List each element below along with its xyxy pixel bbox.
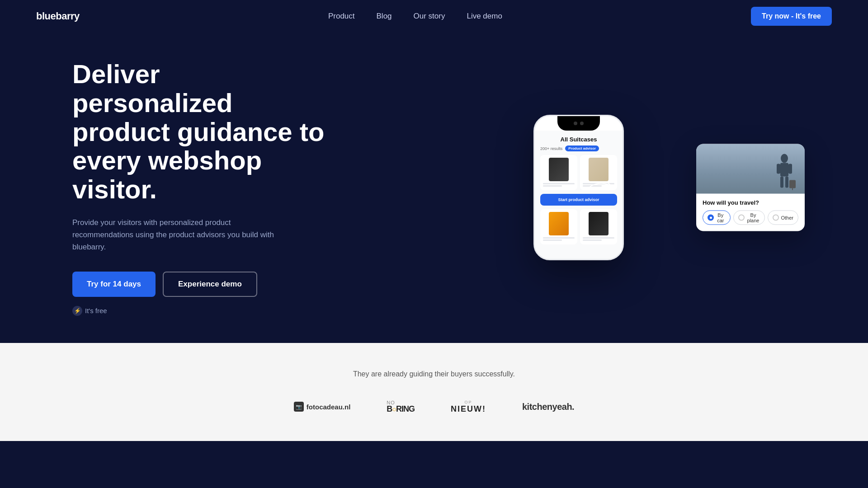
experience-demo-button[interactable]: Experience demo	[163, 272, 257, 297]
nav-link-product[interactable]: Product	[328, 12, 355, 20]
svg-rect-2	[777, 164, 780, 174]
logo-opnieuw: OP NIEUW!	[451, 400, 486, 414]
phone-notch-dot-1	[574, 122, 577, 125]
product-img-yellow	[549, 212, 569, 235]
arrow-connector	[588, 178, 615, 197]
noboring-text: B○RING	[387, 404, 415, 413]
hero-buttons: Try for 14 days Experience demo	[72, 272, 326, 297]
fotocadeau-text: fotocadeau.nl	[307, 403, 351, 411]
logos-row: 📷 fotocadeau.nl NO B○RING OP NIEUW! kitc…	[36, 400, 832, 414]
opnieuw-text: NIEUW!	[451, 404, 486, 414]
product-lines-3	[543, 237, 575, 242]
question-card-image	[696, 144, 805, 194]
phone-meta: 200+ results Product advisor	[540, 145, 617, 151]
hero-text-block: Deliver personalized product guidance to…	[72, 60, 326, 316]
kitchenyeah-text: kitchenyeah.	[522, 402, 574, 412]
phone-products-bottom	[540, 209, 617, 244]
radio-other	[773, 215, 779, 221]
lower-section: They are already guiding their buyers su…	[0, 343, 868, 441]
svg-rect-4	[780, 177, 783, 188]
hero-subtitle: Provide your visitors with personalized …	[72, 216, 289, 253]
svg-rect-5	[785, 177, 788, 188]
svg-rect-3	[788, 164, 792, 174]
radio-by-plane	[738, 215, 745, 221]
product-line	[543, 237, 575, 239]
product-card-4	[580, 209, 617, 244]
logo-noboring: NO B○RING	[387, 400, 415, 414]
product-line-short	[583, 239, 602, 241]
phone-notch-dot-2	[580, 122, 584, 125]
logo-fotocadeau: 📷 fotocadeau.nl	[294, 402, 351, 412]
lower-tagline: They are already guiding their buyers su…	[36, 370, 832, 378]
nav-cta-button[interactable]: Try now - It's free	[751, 7, 832, 26]
question-options: By car By plane Other	[696, 211, 805, 231]
svg-rect-6	[789, 180, 796, 188]
product-card-1	[540, 155, 577, 190]
product-lines-4	[583, 237, 614, 242]
hero-note: ⚡ It's free	[72, 306, 326, 316]
product-img-black	[589, 212, 609, 235]
question-title: How will you travel?	[696, 194, 805, 211]
product-line	[583, 237, 614, 239]
hero-title: Deliver personalized product guidance to…	[72, 60, 326, 204]
nav-link-our-story[interactable]: Our story	[414, 12, 445, 20]
question-card: How will you travel? By car By plane Oth…	[696, 144, 805, 231]
radio-by-car	[708, 215, 714, 221]
product-lines-1	[543, 183, 575, 188]
svg-point-0	[781, 154, 788, 163]
nav-links: Product Blog Our story Live demo	[328, 12, 502, 21]
option-by-car[interactable]: By car	[703, 211, 731, 225]
product-line-short	[543, 185, 562, 187]
fotocadeau-icon: 📷	[294, 402, 304, 412]
product-card-3	[540, 209, 577, 244]
nav-link-live-demo[interactable]: Live demo	[467, 12, 502, 20]
hero-visual: All Suitcases 200+ results Product advis…	[326, 61, 832, 314]
free-icon: ⚡	[72, 306, 82, 316]
product-line	[543, 183, 575, 184]
hero-note-text: It's free	[85, 307, 107, 314]
navbar: bluebarry Product Blog Our story Live de…	[0, 0, 868, 33]
hero-section: Deliver personalized product guidance to…	[0, 33, 868, 343]
phone-header: All Suitcases	[540, 136, 617, 143]
option-by-plane-label: By plane	[746, 212, 760, 223]
option-other-label: Other	[781, 215, 793, 221]
nav-link-blog[interactable]: Blog	[377, 12, 392, 20]
option-by-car-label: By car	[716, 212, 726, 223]
option-by-plane[interactable]: By plane	[733, 211, 765, 225]
logo-kitchenyeah: kitchenyeah.	[522, 402, 574, 412]
product-advisor-badge: Product advisor	[565, 145, 599, 151]
brand-logo[interactable]: bluebarry	[36, 10, 80, 22]
option-other[interactable]: Other	[768, 211, 798, 225]
svg-rect-1	[780, 163, 788, 177]
phone-results: 200+ results	[540, 146, 562, 151]
product-line-short	[543, 239, 562, 241]
product-img-dark	[549, 158, 569, 181]
try-14-days-button[interactable]: Try for 14 days	[72, 272, 156, 297]
